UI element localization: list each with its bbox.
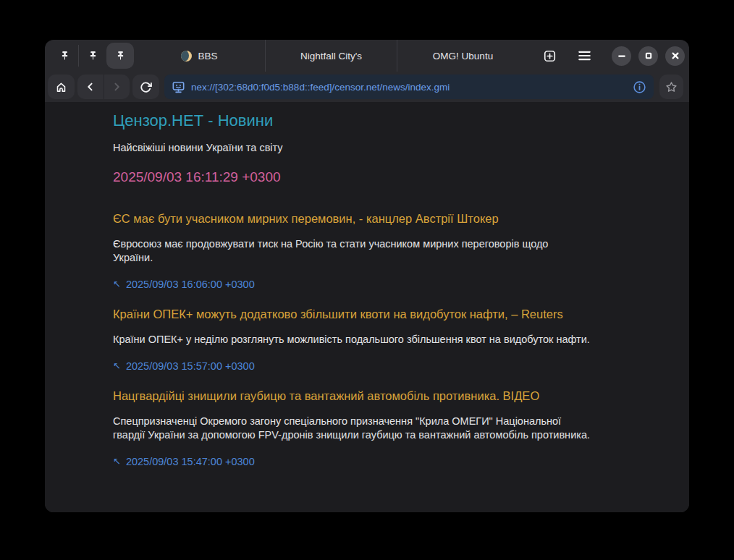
article-link-time: 2025/09/03 16:06:00 +0300 <box>126 277 255 292</box>
northwest-arrow-icon: ↖ <box>113 277 121 292</box>
tab-label: Nightfall City's <box>300 51 362 61</box>
maximize-button[interactable] <box>638 46 658 66</box>
moon-icon <box>181 51 192 61</box>
updated-timestamp: 2025/09/03 16:11:29 +0300 <box>113 169 640 186</box>
hamburger-icon <box>577 48 592 63</box>
home-icon <box>55 81 67 93</box>
minimize-button[interactable] <box>612 46 631 66</box>
retro-computer-icon <box>172 80 185 94</box>
pinned-tab-1[interactable] <box>51 43 78 69</box>
tab-omg-ubuntu[interactable]: OMG! Ubuntu <box>397 40 528 72</box>
pinned-tabs <box>45 40 134 72</box>
info-icon[interactable] <box>633 80 646 94</box>
reload-icon <box>140 81 152 93</box>
article-link-time: 2025/09/03 15:47:00 +0300 <box>126 454 255 469</box>
tab-strip: BBS Nightfall City's OMG! Ubuntu <box>134 40 528 72</box>
chevron-right-icon <box>111 81 122 93</box>
tab-bar: BBS Nightfall City's OMG! Ubuntu <box>45 40 689 72</box>
article-summary: Євросоюз має продовжувати тиск на Росію … <box>113 237 591 265</box>
square-icon <box>643 50 654 61</box>
northwest-arrow-icon: ↖ <box>113 359 121 373</box>
url-bar[interactable]: nex://[302:68d0:f0d5:b88d::feed]/censor.… <box>164 75 654 99</box>
pin-icon <box>88 51 98 61</box>
pinned-tab-2[interactable] <box>79 43 106 69</box>
pin-icon <box>115 51 126 61</box>
tab-label: BBS <box>198 51 217 61</box>
article-1: ЄС має бути учасником мирних перемовин, … <box>113 211 640 306</box>
page-title: Цензор.НЕТ - Новини <box>113 111 640 131</box>
page-subtitle: Найсвіжіші новини України та світу <box>113 140 591 155</box>
page-content: Цензор.НЕТ - Новини Найсвіжіші новини Ук… <box>45 102 689 512</box>
browser-window: BBS Nightfall City's OMG! Ubuntu <box>45 40 689 512</box>
menu-button[interactable] <box>577 48 592 63</box>
article-link-time: 2025/09/03 15:57:00 +0300 <box>126 359 255 373</box>
back-button[interactable] <box>77 75 104 99</box>
minus-icon <box>616 50 628 61</box>
plus-square-icon <box>543 49 557 63</box>
tab-bar-controls <box>528 40 689 72</box>
article-2: Країни ОПЕК+ можуть додатково збільшити … <box>113 306 640 388</box>
article-heading: ЄС має бути учасником мирних перемовин, … <box>113 211 640 226</box>
bookmark-button[interactable] <box>659 75 683 99</box>
article-3: Нацгвардійці знищили гаубицю та вантажни… <box>113 388 640 483</box>
article-link[interactable]: ↖ 2025/09/03 16:06:00 +0300 <box>113 277 255 292</box>
northwest-arrow-icon: ↖ <box>113 454 121 469</box>
chevron-left-icon <box>85 81 96 93</box>
tab-bbs[interactable]: BBS <box>134 40 265 72</box>
article-heading: Нацгвардійці знищили гаубицю та вантажни… <box>113 388 640 404</box>
x-icon <box>670 50 681 61</box>
history-buttons <box>77 75 130 99</box>
tab-label: OMG! Ubuntu <box>433 51 493 61</box>
article-link[interactable]: ↖ 2025/09/03 15:57:00 +0300 <box>113 359 255 373</box>
navigation-bar: nex://[302:68d0:f0d5:b88d::feed]/censor.… <box>45 72 689 102</box>
tab-nightfall-citys[interactable]: Nightfall City's <box>265 40 397 72</box>
reload-button[interactable] <box>132 75 159 99</box>
pin-icon <box>59 51 70 61</box>
article-link[interactable]: ↖ 2025/09/03 15:47:00 +0300 <box>113 454 255 469</box>
close-button[interactable] <box>665 46 685 66</box>
forward-button[interactable] <box>104 75 130 99</box>
star-icon <box>665 81 678 93</box>
new-tab-button[interactable] <box>543 49 557 63</box>
pinned-tab-3-active[interactable] <box>106 43 134 69</box>
home-button[interactable] <box>48 75 75 99</box>
url-text[interactable]: nex://[302:68d0:f0d5:b88d::feed]/censor.… <box>191 82 627 93</box>
article-summary: Спецпризначенці Окремого загону спеціаль… <box>113 415 591 442</box>
article-heading: Країни ОПЕК+ можуть додатково збільшити … <box>113 306 640 322</box>
article-summary: Країни ОПЕК+ у неділю розглянуть можливі… <box>113 333 591 347</box>
